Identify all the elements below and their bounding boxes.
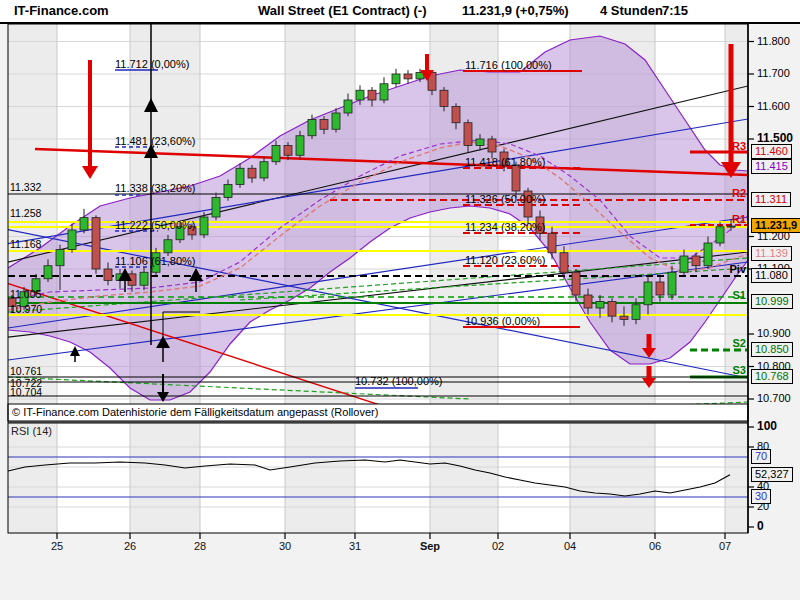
pivot-tag-piv: Piv <box>729 264 746 275</box>
candle-body <box>572 272 580 295</box>
left-price-label: 11.258 <box>10 208 41 219</box>
candle-body <box>632 305 640 320</box>
candle-body <box>44 266 52 279</box>
fibonacci-label: 11.120 (23,60%) <box>465 254 546 266</box>
candle-body <box>212 198 220 218</box>
x-axis-label-30[interactable]: 30 <box>279 540 291 552</box>
candle-body <box>56 250 64 266</box>
x-axis-label-07[interactable]: 07 <box>719 540 731 552</box>
chart-application-window: IT-Finance.com Wall Street (E1 Contract)… <box>0 0 800 600</box>
day-stripe-rsi <box>655 423 725 533</box>
x-axis-label-26[interactable]: 26 <box>124 540 136 552</box>
candle-body <box>272 146 280 162</box>
fibonacci-label: 11.234 (38,20%) <box>465 221 546 233</box>
candle-body <box>308 120 316 136</box>
price-level-box: 11.080 <box>751 268 792 283</box>
candle-body <box>68 230 76 250</box>
left-price-label: 10.704 <box>10 387 42 398</box>
candle-body <box>380 84 388 100</box>
price-level-box: 10.768 <box>751 369 793 384</box>
candle-body <box>644 282 652 305</box>
left-price-label: 11.332 <box>10 182 41 193</box>
rsi-level-box: 70 <box>751 449 771 464</box>
candle-body <box>560 253 568 273</box>
candle-body <box>727 226 735 227</box>
x-axis-label-31[interactable]: 31 <box>349 540 361 552</box>
candle-body <box>356 90 364 100</box>
rsi-level-box: 30 <box>751 489 771 504</box>
candle-body <box>248 168 256 178</box>
candle-body <box>668 272 676 295</box>
candle-body <box>344 100 352 113</box>
fibonacci-label: 11.418 (61,80%) <box>465 156 546 168</box>
candle-body <box>704 243 712 266</box>
candle-body <box>464 123 472 146</box>
candle-body <box>716 227 724 243</box>
price-axis-label: 11.600 <box>757 101 790 112</box>
price-axis-label: 11.800 <box>757 36 790 47</box>
rsi-axis-label: 100 <box>757 421 777 432</box>
price-level-box: 11.139 <box>751 246 792 261</box>
candle-body <box>608 302 616 317</box>
left-price-label: 10.970 <box>10 304 42 315</box>
x-axis-label-06[interactable]: 06 <box>649 540 661 552</box>
candle-body <box>368 90 376 100</box>
pivot-tag-s1: S1 <box>733 290 746 301</box>
candle-body <box>92 218 100 269</box>
candle-body <box>404 74 412 79</box>
candle-body <box>164 240 172 253</box>
x-axis-label-04[interactable]: 04 <box>564 540 576 552</box>
candle-body <box>140 272 148 285</box>
candle-body <box>440 90 448 106</box>
candle-body <box>392 74 400 84</box>
left-price-label: 10.761 <box>10 366 42 377</box>
left-price-label: 11.168 <box>10 239 41 250</box>
fibonacci-label: 10.732 (100,00%) <box>355 375 442 387</box>
price-level-box: 11.311 <box>751 192 791 207</box>
footer-note: © IT-Finance.com Datenhistorie dem Fälli… <box>12 406 378 418</box>
candle-body <box>452 107 460 123</box>
x-axis-label-28[interactable]: 28 <box>194 540 206 552</box>
rsi-value-box: 52,327 <box>751 467 793 482</box>
price-axis-label: 11.500 <box>757 133 793 144</box>
candle-body <box>596 302 604 309</box>
current-price-box: 11.231,9 <box>751 218 800 233</box>
candle-body <box>104 269 112 280</box>
candle-body <box>284 146 292 156</box>
day-stripe-rsi <box>355 423 430 533</box>
day-stripe-rsi <box>57 423 130 533</box>
x-axis-label-02[interactable]: 02 <box>492 540 504 552</box>
fibonacci-label: 11.712 (0,00%) <box>115 58 189 70</box>
fibonacci-label: 11.716 (100,00%) <box>465 59 552 71</box>
fibonacci-label: 10.936 (0,00%) <box>465 315 540 327</box>
price-chart-canvas[interactable] <box>0 0 800 600</box>
day-stripe-rsi <box>200 423 285 533</box>
left-price-label: 11.005 <box>10 289 41 300</box>
price-level-box: 10.999 <box>751 294 793 309</box>
fibonacci-label: 11.481 (23,60%) <box>115 135 196 147</box>
candle-body <box>680 256 688 272</box>
price-level-box: 11.460 <box>751 144 792 159</box>
pivot-tag-r3: R3 <box>732 141 746 152</box>
pivot-tag-s2: S2 <box>733 338 746 349</box>
candle-body <box>620 316 628 319</box>
candle <box>92 215 100 274</box>
candle-body <box>584 295 592 308</box>
candle-body <box>692 256 700 266</box>
rsi-indicator-label[interactable]: RSI (14) <box>11 425 52 437</box>
x-axis-label-25[interactable]: 25 <box>51 540 63 552</box>
candle-body <box>476 139 484 146</box>
candle-body <box>320 120 328 130</box>
candle-body <box>548 233 556 253</box>
x-axis-label-sep[interactable]: Sep <box>420 540 440 552</box>
candle-body <box>332 113 340 129</box>
candle-body <box>224 185 232 198</box>
price-axis-label: 11.700 <box>757 68 790 79</box>
candle-body <box>260 162 268 178</box>
pivot-tag-s3: S3 <box>733 365 746 376</box>
pivot-tag-r2: R2 <box>732 188 746 199</box>
candle-body <box>488 139 496 152</box>
candle-body <box>80 218 88 230</box>
price-axis-label: 10.700 <box>757 393 791 404</box>
fibonacci-label: 11.106 (61,80%) <box>115 255 196 267</box>
